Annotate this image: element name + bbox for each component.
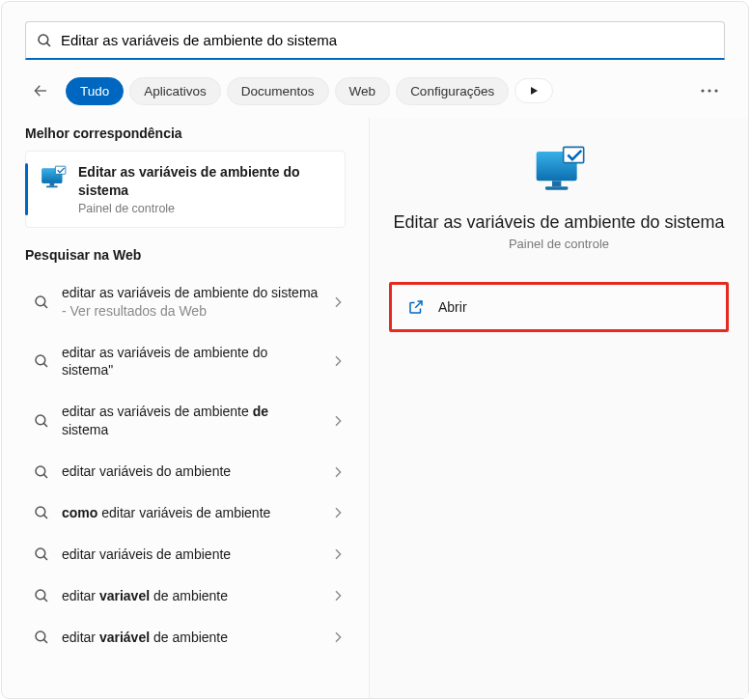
- svg-line-1: [46, 42, 50, 46]
- svg-marker-3: [531, 87, 538, 95]
- chevron-right-icon: [330, 294, 346, 310]
- svg-rect-30: [545, 186, 568, 190]
- best-match-text: Editar as variáveis de ambiente do siste…: [78, 163, 331, 215]
- web-results-list: editar as variáveis de ambiente do siste…: [25, 272, 369, 658]
- svg-rect-9: [50, 183, 55, 186]
- filter-tudo[interactable]: Tudo: [66, 77, 124, 105]
- system-settings-icon: [40, 165, 67, 192]
- search-icon: [33, 546, 50, 563]
- search-icon: [33, 463, 50, 481]
- search-window: Tudo Aplicativos Documentos Web Configur…: [1, 1, 749, 699]
- open-external-icon: [407, 298, 425, 316]
- web-result[interactable]: editar variavel de ambiente: [25, 575, 353, 617]
- content-area: Melhor correspondência Editar as variáve…: [2, 118, 748, 698]
- web-result-text: editar as variáveis de ambiente do siste…: [62, 284, 319, 321]
- best-match-heading: Melhor correspondência: [25, 126, 369, 141]
- detail-subtitle: Painel de controle: [509, 237, 609, 251]
- chevron-right-icon: [330, 630, 346, 645]
- svg-point-4: [701, 89, 704, 92]
- svg-rect-31: [564, 147, 584, 162]
- chevron-right-icon: [330, 413, 346, 429]
- search-icon: [33, 352, 50, 370]
- svg-line-19: [43, 474, 47, 478]
- web-result[interactable]: editar as variáveis de ambiente do siste…: [25, 332, 353, 392]
- best-match-title: Editar as variáveis de ambiente do siste…: [78, 163, 331, 200]
- detail-title: Editar as variáveis de ambiente do siste…: [393, 212, 724, 233]
- web-result-text: editar variáveis de ambiente: [62, 546, 319, 564]
- svg-rect-11: [55, 166, 66, 174]
- filter-row: Tudo Aplicativos Documentos Web Configur…: [2, 71, 748, 118]
- search-icon: [33, 629, 50, 646]
- filter-aplicativos[interactable]: Aplicativos: [129, 77, 221, 105]
- search-icon: [33, 294, 50, 311]
- filter-configuracoes[interactable]: Configurações: [396, 77, 509, 105]
- svg-point-20: [36, 507, 45, 517]
- best-match-subtitle: Painel de controle: [78, 202, 331, 215]
- web-result[interactable]: editar variáveis do ambiente: [25, 451, 353, 492]
- svg-rect-10: [46, 186, 58, 188]
- play-icon: [528, 85, 540, 97]
- open-action[interactable]: Abrir: [389, 282, 729, 332]
- search-icon: [33, 504, 50, 521]
- svg-line-13: [43, 304, 47, 308]
- chevron-right-icon: [330, 546, 346, 562]
- chevron-right-icon: [330, 353, 346, 369]
- web-heading: Pesquisar na Web: [25, 247, 369, 263]
- system-settings-icon-large: [528, 145, 590, 199]
- svg-line-17: [43, 424, 47, 428]
- svg-line-21: [43, 516, 47, 519]
- web-result[interactable]: editar variável de ambiente: [25, 617, 353, 658]
- web-result[interactable]: editar variáveis de ambiente: [25, 534, 353, 575]
- web-result[interactable]: editar as variáveis de ambiente de siste…: [25, 391, 353, 451]
- results-column: Melhor correspondência Editar as variáve…: [2, 118, 369, 698]
- chevron-right-icon: [330, 505, 346, 520]
- svg-point-24: [36, 590, 45, 600]
- search-icon: [36, 32, 53, 49]
- svg-point-5: [708, 89, 710, 92]
- svg-point-12: [36, 296, 45, 306]
- svg-line-27: [43, 640, 47, 644]
- search-icon: [33, 587, 50, 604]
- search-bar[interactable]: [25, 21, 725, 60]
- svg-point-16: [36, 415, 45, 425]
- svg-point-0: [39, 35, 48, 44]
- filter-play[interactable]: [514, 78, 553, 103]
- best-match-item[interactable]: Editar as variáveis de ambiente do siste…: [25, 151, 346, 228]
- web-result-text: editar variável de ambiente: [62, 629, 319, 647]
- more-icon: [701, 89, 718, 93]
- svg-point-22: [36, 548, 45, 558]
- svg-point-14: [36, 355, 45, 365]
- svg-line-25: [43, 599, 47, 602]
- web-result[interactable]: editar as variáveis de ambiente do siste…: [25, 272, 353, 332]
- filter-web[interactable]: Web: [335, 77, 391, 105]
- arrow-left-icon: [32, 82, 49, 99]
- svg-point-6: [714, 89, 717, 92]
- svg-line-15: [43, 364, 47, 368]
- more-button[interactable]: [694, 75, 725, 106]
- web-result-text: editar as variáveis de ambiente do siste…: [62, 344, 319, 380]
- search-input[interactable]: [61, 32, 714, 48]
- web-result[interactable]: como editar variáveis de ambiente: [25, 492, 353, 534]
- back-button[interactable]: [25, 75, 56, 106]
- filter-documentos[interactable]: Documentos: [227, 77, 329, 105]
- detail-panel: Editar as variáveis de ambiente do siste…: [369, 118, 748, 698]
- web-result-text: editar as variáveis de ambiente de siste…: [62, 403, 319, 439]
- web-result-text: como editar variáveis de ambiente: [62, 504, 319, 522]
- web-result-text: editar variavel de ambiente: [62, 587, 319, 605]
- svg-point-18: [36, 466, 45, 476]
- chevron-right-icon: [330, 588, 346, 603]
- open-label: Abrir: [438, 299, 467, 315]
- web-result-text: editar variáveis do ambiente: [62, 462, 319, 481]
- search-icon: [33, 412, 50, 430]
- svg-rect-29: [552, 181, 561, 186]
- svg-line-23: [43, 557, 47, 561]
- chevron-right-icon: [330, 464, 346, 480]
- svg-point-26: [36, 631, 45, 641]
